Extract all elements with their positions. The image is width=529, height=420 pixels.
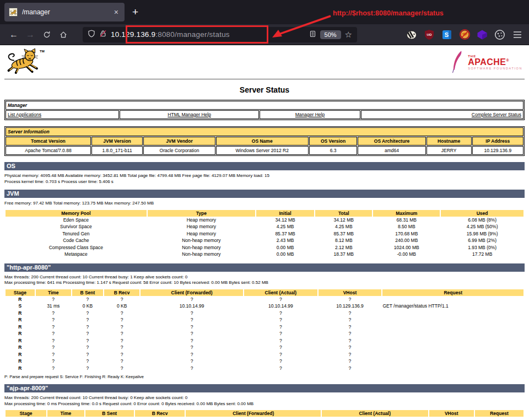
table-cell: ? — [72, 331, 103, 337]
table-cell: ? — [104, 358, 139, 365]
cookie-manager-extension-icon[interactable] — [494, 29, 506, 41]
back-button[interactable]: ← — [6, 27, 22, 42]
header-divider — [4, 79, 525, 79]
table-cell: ? — [319, 297, 382, 303]
tab-close-icon[interactable]: × — [112, 8, 120, 17]
column-header: Stage — [6, 410, 46, 417]
table-cell: ? — [72, 324, 103, 331]
table-row: R?????? — [6, 358, 523, 365]
url-host: 10.129.136.9 — [111, 30, 155, 39]
zoom-level-badge[interactable]: 50% — [320, 30, 341, 39]
ajp-requests-header-row: StageTimeB SentB RecvClient (Forwarded)C… — [6, 410, 523, 417]
table-cell: ? — [72, 352, 103, 358]
privacy-badger-extension-icon[interactable] — [406, 29, 418, 41]
reader-mode-icon[interactable] — [309, 30, 316, 40]
table-cell: ? — [36, 297, 71, 303]
ublock-origin-extension-icon[interactable]: UO — [423, 29, 435, 41]
column-header: Type — [148, 210, 255, 217]
reload-button[interactable] — [39, 27, 55, 42]
link-list-applications[interactable]: List Applications — [8, 112, 41, 117]
column-header: OS Architecture — [358, 137, 425, 146]
table-cell: Non-heap memory — [148, 245, 255, 251]
table-cell: ? — [141, 352, 243, 358]
table-row: R?????? — [6, 324, 523, 331]
table-row: MetaspaceNon-heap memory0.00 MB18.37 MB-… — [6, 251, 523, 258]
table-cell: R — [6, 317, 35, 324]
link-manager-help[interactable]: Manager Help — [295, 112, 325, 117]
foxyproxy-disabled-extension-icon[interactable] — [458, 29, 471, 41]
server-information-table: Server Information Tomcat VersionJVM Ver… — [4, 126, 525, 156]
column-header: Client (Forwarded) — [186, 410, 320, 417]
http-connector-stats-line: Max threads: 200 Current thread count: 1… — [4, 274, 525, 281]
table-row: Survivor SpaceHeap memory4.25 MB4.25 MB8… — [6, 224, 523, 230]
svg-text:UO: UO — [427, 33, 432, 36]
table-cell: Oracle Corporation — [143, 146, 215, 155]
table-cell: amd64 — [358, 146, 425, 155]
table-cell: GET /manager/status HTTP/1.1 — [382, 303, 523, 310]
os-stats-line: Physical memory: 4095.48 MB Available me… — [4, 173, 525, 179]
ajp-connector-section-header: "ajp-apr-8009" — [4, 384, 525, 392]
url-text[interactable]: 10.129.136.9:8080/manager/status — [111, 30, 305, 39]
table-cell: ? — [244, 338, 317, 344]
table-cell: 1024.00 MB — [373, 245, 440, 251]
table-row: R?????? — [6, 310, 523, 317]
insecure-lock-icon[interactable] — [99, 30, 107, 40]
table-cell — [382, 338, 523, 344]
table-cell: ? — [319, 344, 382, 351]
ajp-connector-stats-line: Max threads: 200 Current thread count: 1… — [4, 395, 525, 401]
manager-section-title: Manager — [6, 101, 523, 110]
table-cell: ? — [141, 344, 243, 351]
link-complete-server-status[interactable]: Complete Server Status — [472, 112, 521, 117]
table-cell: ? — [36, 358, 71, 365]
table-cell: R — [6, 338, 35, 344]
bookmark-star-icon[interactable]: ☆ — [345, 30, 352, 40]
memory-pool-table: Memory PoolTypeInitialTotalMaximumUsed E… — [4, 209, 525, 259]
table-cell: ? — [104, 317, 139, 324]
apache-feather-icon — [451, 50, 465, 75]
table-cell: ? — [36, 324, 71, 331]
url-bar[interactable]: 10.129.136.9:8080/manager/status 50% ☆ — [83, 27, 357, 42]
table-cell: ? — [141, 324, 243, 331]
menu-hamburger-icon[interactable] — [511, 29, 523, 41]
table-cell: 170.68 MB — [373, 231, 440, 238]
column-header: Used — [441, 210, 523, 217]
home-button[interactable] — [55, 27, 72, 42]
tracking-protection-shield-icon[interactable] — [88, 30, 95, 40]
table-row: R?????? — [6, 317, 523, 324]
table-cell: ? — [319, 317, 382, 324]
table-cell: R — [6, 310, 35, 317]
memory-pool-header-row: Memory PoolTypeInitialTotalMaximumUsed — [6, 210, 523, 217]
table-cell: ? — [319, 358, 382, 365]
table-cell: 85.37 MB — [256, 231, 314, 238]
table-cell: 1.93 MB (0%) — [441, 245, 523, 251]
column-header: OS Version — [309, 137, 358, 146]
table-cell: ? — [141, 297, 243, 303]
manager-links-row: List Applications HTML Manager Help Mana… — [6, 110, 523, 119]
table-cell: ? — [141, 365, 243, 372]
link-html-manager-help[interactable]: HTML Manager Help — [168, 112, 211, 117]
table-cell: JERRY — [427, 146, 472, 155]
svg-text:S: S — [445, 31, 449, 38]
apache-logo-subtitle: SOFTWARE FOUNDATION — [468, 67, 522, 71]
purple-cube-extension-icon[interactable] — [476, 29, 488, 41]
table-cell: 2.12 MB — [315, 245, 372, 251]
table-cell: ? — [319, 310, 382, 317]
table-cell: ? — [36, 331, 71, 337]
browser-chrome: /manager × + ← → 10.129.136.9:8080/manag… — [0, 0, 529, 45]
column-header: Tomcat Version — [6, 137, 91, 146]
forward-button[interactable]: → — [22, 27, 39, 42]
table-cell: ? — [244, 324, 317, 331]
table-cell: ? — [244, 317, 317, 324]
ajp-requests-table: StageTimeB SentB RecvClient (Forwarded)C… — [4, 410, 525, 417]
table-cell: 6.08 MB (8%) — [441, 217, 523, 224]
table-cell: 4.25 MB (50%) — [441, 224, 523, 230]
table-cell: ? — [141, 338, 243, 344]
table-cell: ? — [36, 317, 71, 324]
table-cell: ? — [36, 310, 71, 317]
new-tab-button[interactable]: + — [132, 6, 138, 18]
column-header: Memory Pool — [6, 210, 147, 217]
table-cell: ? — [319, 324, 382, 331]
browser-tab[interactable]: /manager × — [4, 3, 125, 21]
table-cell: -0.00 MB — [373, 251, 440, 258]
s-blue-extension-icon[interactable]: S — [441, 29, 453, 41]
